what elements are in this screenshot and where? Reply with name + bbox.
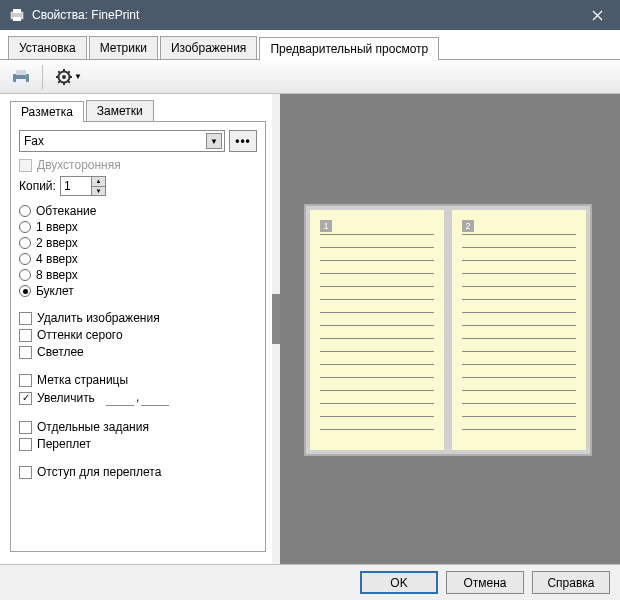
svg-line-16 xyxy=(68,71,70,73)
subtab-layout[interactable]: Разметка xyxy=(10,101,84,122)
chk-gutter[interactable]: Отступ для переплета xyxy=(19,465,257,479)
close-button[interactable] xyxy=(575,0,620,30)
checkbox-icon xyxy=(19,159,32,172)
printer-icon xyxy=(11,68,31,86)
svg-rect-1 xyxy=(13,9,21,13)
chk-lighter[interactable]: Светлее xyxy=(19,345,257,359)
left-panel: Разметка Заметки Fax ▼ ••• Двухсторонняя… xyxy=(0,94,272,564)
copies-label: Копий: xyxy=(19,179,56,193)
printer-combo[interactable]: Fax ▼ xyxy=(19,130,225,152)
svg-rect-5 xyxy=(16,79,26,84)
page-number-badge: 2 xyxy=(462,220,474,232)
svg-line-14 xyxy=(68,80,70,82)
page-number-badge: 1 xyxy=(320,220,332,232)
cancel-button[interactable]: Отмена xyxy=(446,571,524,594)
tab-images[interactable]: Изображения xyxy=(160,36,257,59)
radio-1up[interactable]: 1 вверх xyxy=(19,220,257,234)
svg-line-15 xyxy=(58,80,60,82)
tab-install[interactable]: Установка xyxy=(8,36,87,59)
window-title: Свойства: FinePrint xyxy=(32,8,139,22)
copies-spinner[interactable]: 1 ▲▼ xyxy=(60,176,106,196)
copies-value: 1 xyxy=(64,179,71,193)
radio-booklet[interactable]: Буклет xyxy=(19,284,257,298)
radio-wrap[interactable]: Обтекание xyxy=(19,204,257,218)
toolbar: ▼ xyxy=(0,60,620,94)
splitter[interactable] xyxy=(272,94,280,564)
main-tabs: Установка Метрики Изображения Предварите… xyxy=(0,30,620,60)
radio-4up[interactable]: 4 вверх xyxy=(19,252,257,266)
help-button[interactable]: Справка xyxy=(532,571,610,594)
radio-8up[interactable]: 8 вверх xyxy=(19,268,257,282)
splitter-grip-icon xyxy=(272,294,280,344)
svg-line-13 xyxy=(58,71,60,73)
radio-2up[interactable]: 2 вверх xyxy=(19,236,257,250)
tab-preview[interactable]: Предварительный просмотр xyxy=(259,37,439,60)
chk-grayscale[interactable]: Оттенки серого xyxy=(19,328,257,342)
layout-options-body: Fax ▼ ••• Двухсторонняя Копий: 1 ▲▼ Обте… xyxy=(10,122,266,552)
preview-panel: 1 2 xyxy=(280,94,620,564)
booklet-preview: 1 2 xyxy=(304,204,592,456)
chk-page-mark[interactable]: Метка страницы xyxy=(19,373,257,387)
app-icon xyxy=(8,6,26,24)
preview-page-2: 2 xyxy=(452,210,586,450)
chk-enlarge[interactable]: Увеличить , xyxy=(19,390,257,406)
chk-remove-images[interactable]: Удалить изображения xyxy=(19,311,257,325)
gear-icon xyxy=(56,69,72,85)
chk-binding[interactable]: Переплет xyxy=(19,437,257,451)
chevron-down-icon: ▼ xyxy=(206,133,222,149)
content-area: Разметка Заметки Fax ▼ ••• Двухсторонняя… xyxy=(0,94,620,564)
subtab-notes[interactable]: Заметки xyxy=(86,100,154,121)
print-button[interactable] xyxy=(6,63,36,91)
spinner-down-icon[interactable]: ▼ xyxy=(91,187,105,196)
duplex-checkbox: Двухсторонняя xyxy=(19,158,257,172)
ok-button[interactable]: OK xyxy=(360,571,438,594)
toolbar-divider xyxy=(42,65,43,89)
dropdown-caret-icon: ▼ xyxy=(74,72,82,81)
sub-tabs: Разметка Заметки xyxy=(10,100,266,122)
svg-point-8 xyxy=(62,75,66,79)
svg-point-6 xyxy=(25,75,27,77)
tab-metrics[interactable]: Метрики xyxy=(89,36,158,59)
svg-rect-4 xyxy=(16,70,26,75)
printer-browse-button[interactable]: ••• xyxy=(229,130,257,152)
spinner-up-icon[interactable]: ▲ xyxy=(91,177,105,187)
dialog-buttons: OK Отмена Справка xyxy=(0,564,620,600)
preview-page-1: 1 xyxy=(310,210,444,450)
settings-button[interactable]: ▼ xyxy=(49,63,89,91)
printer-combo-value: Fax xyxy=(24,134,44,148)
titlebar: Свойства: FinePrint xyxy=(0,0,620,30)
chk-separate-jobs[interactable]: Отдельные задания xyxy=(19,420,257,434)
duplex-label: Двухсторонняя xyxy=(37,158,121,172)
svg-rect-2 xyxy=(13,17,21,21)
enlarge-fields: , xyxy=(106,390,169,406)
